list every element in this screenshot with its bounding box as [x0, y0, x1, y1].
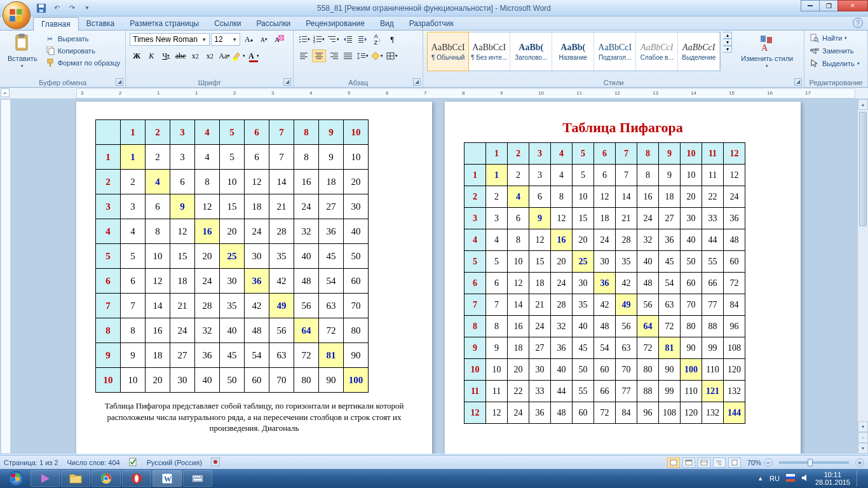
tray-lang[interactable]: RU — [770, 475, 780, 482]
view-draft[interactable] — [728, 458, 741, 468]
style-item-2[interactable]: AaBb(Заголово... — [510, 32, 552, 71]
style-item-6[interactable]: AaBbCcIВыделение — [678, 32, 720, 71]
show-desktop-button[interactable] — [857, 470, 862, 487]
status-language[interactable]: Русский (Россия) — [147, 459, 202, 466]
sort-button[interactable]: AZ↓ — [370, 33, 384, 46]
office-button[interactable] — [3, 1, 31, 29]
task-mediaplayer[interactable] — [31, 470, 60, 487]
copy-button[interactable]: Копировать — [44, 45, 122, 57]
svg-rect-12 — [48, 59, 53, 63]
task-explorer[interactable] — [61, 470, 90, 487]
task-word[interactable]: W — [153, 470, 182, 487]
font-size-combo[interactable]: 12▼ — [211, 33, 240, 46]
undo-icon[interactable]: ↶ — [51, 3, 62, 14]
justify-button[interactable] — [341, 50, 355, 62]
ribbon-tab-3[interactable]: Ссылки — [207, 17, 248, 30]
task-onscreen-keyboard[interactable] — [183, 470, 212, 487]
numbering-button[interactable]: 123▾ — [312, 33, 326, 46]
ribbon-tab-5[interactable]: Рецензирование — [298, 17, 372, 30]
ribbon-tab-4[interactable]: Рассылки — [248, 17, 298, 30]
ribbon-tab-1[interactable]: Вставка — [79, 17, 123, 30]
change-case-button[interactable]: Aa▾ — [217, 50, 231, 62]
shrink-font-button[interactable]: A▾ — [257, 33, 271, 46]
clipboard-dialog-launcher[interactable]: ◢ — [116, 78, 123, 86]
start-button[interactable] — [3, 470, 29, 487]
ribbon-tab-2[interactable]: Разметка страницы — [122, 17, 207, 30]
tray-show-hidden-icon[interactable]: ▲ — [757, 475, 763, 482]
status-proofing-icon[interactable] — [129, 458, 138, 468]
ribbon-tab-7[interactable]: Разработчик — [402, 17, 461, 30]
highlight-button[interactable]: ▾ — [232, 50, 246, 62]
qat-dropdown-icon[interactable]: ▼ — [81, 3, 93, 14]
font-dialog-launcher[interactable]: ◢ — [283, 78, 291, 86]
vertical-ruler[interactable] — [1, 99, 11, 454]
superscript-button[interactable]: x2 — [203, 50, 217, 62]
zoom-slider[interactable] — [779, 461, 849, 464]
style-item-3[interactable]: AaBb(Название — [552, 32, 594, 71]
font-family-combo[interactable]: Times New Roman▼ — [130, 33, 210, 46]
styles-gallery[interactable]: AaBbCcI¶ ОбычныйAaBbCcI¶ Без инте...AaBb… — [427, 32, 721, 71]
grow-font-button[interactable]: A▴ — [241, 33, 255, 46]
view-outline[interactable] — [713, 458, 726, 468]
tray-flag-icon[interactable] — [786, 474, 795, 483]
underline-button[interactable]: Ч▾ — [159, 50, 173, 62]
subscript-button[interactable]: x2 — [188, 50, 202, 62]
ribbon-tab-6[interactable]: Вид — [372, 17, 402, 30]
task-opera[interactable] — [122, 470, 151, 487]
minimize-button[interactable] — [801, 0, 820, 11]
change-styles-button[interactable]: A Изменить стили▾ — [737, 32, 797, 70]
styles-dialog-launcher[interactable]: ◢ — [794, 78, 802, 86]
pages-container[interactable]: 1234567891011234567891022468101214161820… — [13, 102, 857, 454]
horizontal-ruler[interactable]: 3211234567891011121314151617 — [76, 88, 855, 98]
zoom-level[interactable]: 70% — [747, 459, 761, 466]
increase-indent-button[interactable] — [356, 33, 370, 46]
replace-button[interactable]: abacЗаменить — [808, 45, 864, 57]
clear-formatting-button[interactable]: A — [272, 33, 286, 46]
format-painter-button[interactable]: Формат по образцу — [44, 57, 122, 69]
redo-icon[interactable]: ↷ — [66, 3, 78, 14]
zoom-in-button[interactable]: + — [855, 458, 864, 467]
ribbon-tab-0[interactable]: Главная — [33, 17, 79, 30]
gallery-scroll[interactable]: ▴▾▾ — [723, 32, 732, 53]
show-marks-button[interactable]: ¶ — [385, 33, 399, 46]
select-button[interactable]: Выделить▾ — [808, 58, 864, 69]
borders-button[interactable]: ▾ — [385, 50, 399, 62]
paste-button[interactable]: Вставить▾ — [4, 32, 41, 70]
task-chrome[interactable] — [92, 470, 121, 487]
scrollbar-thumb[interactable] — [859, 112, 867, 226]
font-color-button[interactable]: A▾ — [247, 50, 261, 62]
paragraph-dialog-launcher[interactable]: ◢ — [413, 78, 421, 86]
tray-clock[interactable]: 10:11 28.01.2015 — [815, 471, 850, 486]
align-left-button[interactable] — [297, 50, 311, 62]
view-web-layout[interactable] — [698, 458, 710, 468]
find-button[interactable]: Найти▾ — [808, 32, 864, 44]
help-icon[interactable]: ? — [853, 18, 863, 28]
bullets-button[interactable]: ▾ — [297, 33, 311, 46]
status-macro-icon[interactable] — [211, 458, 220, 468]
style-item-1[interactable]: AaBbCcI¶ Без инте... — [468, 32, 510, 71]
status-words[interactable]: Число слов: 404 — [67, 459, 120, 466]
ruler-toggle[interactable]: ⌐ — [1, 88, 10, 97]
style-item-0[interactable]: AaBbCcI¶ Обычный — [427, 32, 469, 71]
view-print-layout[interactable] — [667, 458, 680, 468]
strikethrough-button[interactable]: abe — [173, 50, 187, 62]
style-item-4[interactable]: AaBbCcIПодзагол... — [594, 32, 636, 71]
zoom-out-button[interactable]: − — [764, 458, 773, 467]
align-right-button[interactable] — [327, 50, 341, 62]
align-center-button[interactable] — [312, 50, 326, 62]
save-icon[interactable] — [36, 3, 47, 14]
bold-button[interactable]: Ж — [130, 50, 144, 62]
style-item-5[interactable]: AaBbCcIСлабое в... — [636, 32, 678, 71]
multilevel-button[interactable]: ▾ — [327, 33, 341, 46]
cut-button[interactable]: ✂Вырезать — [44, 33, 122, 44]
tray-speaker-icon[interactable] — [801, 474, 809, 483]
decrease-indent-button[interactable] — [341, 33, 355, 46]
status-page[interactable]: Страница: 1 из 2 — [4, 459, 58, 466]
line-spacing-button[interactable]: ▾ — [356, 50, 370, 62]
shading-button[interactable]: ▾ — [370, 50, 384, 62]
close-button[interactable]: ✕ — [837, 0, 868, 11]
vertical-scrollbar[interactable]: ▴ ▾ ◦ ▾ — [857, 99, 868, 454]
italic-button[interactable]: К — [144, 50, 158, 62]
view-full-screen[interactable] — [682, 458, 695, 468]
maximize-button[interactable]: ❐ — [819, 0, 838, 11]
